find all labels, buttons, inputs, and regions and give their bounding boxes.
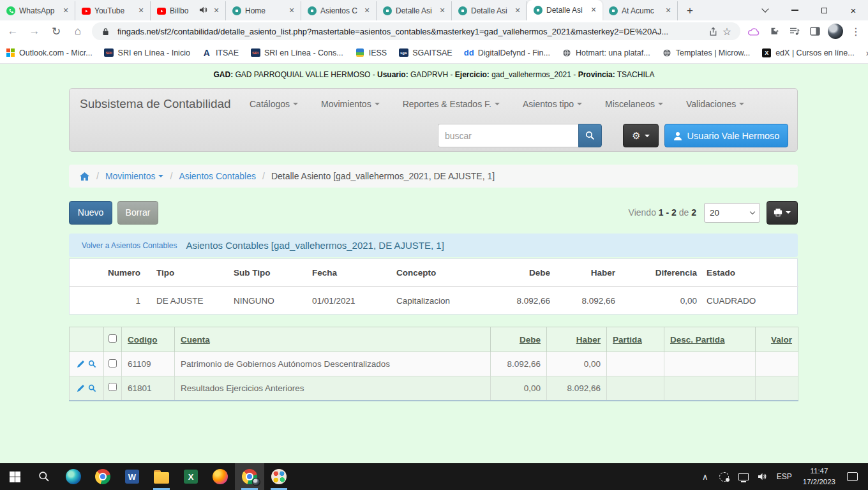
tab-close-icon[interactable]: × (588, 5, 599, 15)
bookmark-edx[interactable]: XedX | Cursos en líne... (761, 48, 854, 58)
print-button[interactable] (767, 201, 798, 225)
lock-icon[interactable] (98, 24, 112, 38)
select-all-checkbox[interactable] (108, 334, 117, 343)
col-debe-sort[interactable]: Debe (491, 327, 547, 352)
bookmark-outlook[interactable]: Outlook.com - Micr... (5, 48, 93, 58)
tab-search-chevron-icon[interactable] (751, 0, 780, 20)
restore-button[interactable] (809, 0, 839, 20)
chrome-icon[interactable] (88, 463, 117, 490)
breadcrumb-movimientos[interactable]: Movimientos (105, 171, 164, 181)
menu-validaciones[interactable]: Validaciones (686, 99, 744, 109)
share-icon[interactable] (706, 24, 720, 38)
address-bar[interactable]: fingads.net/sf2/contabilidad/detalle_asi… (92, 22, 740, 40)
tray-sync-icon[interactable] (715, 463, 734, 490)
forward-icon[interactable]: → (26, 22, 43, 40)
excel-icon[interactable]: X (176, 463, 206, 490)
view-magnifier-icon[interactable] (88, 360, 96, 368)
edge-icon[interactable] (59, 463, 88, 490)
extension-cloud-icon[interactable] (745, 23, 762, 40)
tab-youtube[interactable]: YouTube × (75, 1, 151, 20)
tab-billboard[interactable]: Billbo × (151, 1, 226, 20)
edit-pencil-icon[interactable] (77, 360, 85, 368)
volver-link[interactable]: Volver a Asientos Contables (82, 241, 177, 250)
home-breadcrumb-icon[interactable] (79, 172, 90, 181)
home-icon[interactable]: ⌂ (69, 22, 87, 40)
profile-avatar[interactable] (827, 23, 844, 40)
new-tab-button[interactable]: + (682, 3, 698, 19)
bookmark-itsae[interactable]: AITSAE (202, 48, 239, 58)
tab-close-icon[interactable]: × (513, 6, 523, 16)
menu-catalogos[interactable]: Catálogos (250, 99, 298, 109)
bookmark-templates[interactable]: Templates | Microw... (662, 48, 750, 58)
tab-close-icon[interactable]: × (437, 6, 447, 16)
app-brand[interactable]: Subsistema de Contabilidad (80, 97, 231, 111)
tab-close-icon[interactable]: × (136, 6, 146, 16)
tray-chevron-up-icon[interactable]: ∧ (696, 463, 715, 490)
col-desc-partida-sort[interactable]: Desc. Partida (664, 327, 756, 352)
bookmark-sgaitsae[interactable]: sgaSGAITSAE (398, 48, 453, 58)
tab-close-icon[interactable]: × (61, 6, 71, 16)
firefox-icon[interactable] (206, 463, 235, 490)
row-checkbox[interactable] (108, 359, 117, 368)
breadcrumb-asientos-contables[interactable]: Asientos Contables (179, 171, 256, 181)
tab-atacumc[interactable]: At Acumc × (602, 1, 678, 20)
tab-home[interactable]: Home × (226, 1, 301, 20)
keyboard-language[interactable]: ESP (772, 463, 797, 490)
tab-detalle-active[interactable]: Detalle Asi × (527, 0, 602, 20)
action-center-icon[interactable] (847, 472, 858, 481)
col-valor-sort[interactable]: Valor (756, 327, 798, 352)
bookmark-sri-inicio[interactable]: SRISRI en Línea - Inicio (104, 48, 190, 58)
bookmark-digitaldefynd[interactable]: ddDigitalDefynd - Fin... (464, 48, 550, 58)
minimize-button[interactable] (780, 0, 809, 20)
search-input[interactable] (438, 124, 578, 147)
view-magnifier-icon[interactable] (88, 384, 96, 392)
back-icon[interactable]: ← (4, 22, 22, 40)
reload-icon[interactable]: ↻ (47, 22, 65, 40)
col-codigo-sort[interactable]: Codigo (122, 327, 175, 352)
side-panel-icon[interactable] (807, 23, 823, 40)
menu-reportes[interactable]: Reportes & Estados F. (403, 99, 500, 109)
chrome-profile-icon[interactable] (235, 463, 264, 490)
bookmark-sri-cons[interactable]: SRISRI en Línea - Cons... (250, 48, 343, 58)
tab-whatsapp[interactable]: WhatsApp × (0, 1, 75, 20)
volume-icon[interactable] (753, 463, 772, 490)
settings-gear-button[interactable]: ⚙ (623, 124, 659, 147)
col-haber-sort[interactable]: Haber (547, 327, 607, 352)
tab-close-icon[interactable]: × (211, 6, 221, 16)
playlist-icon[interactable] (786, 23, 803, 40)
edit-pencil-icon[interactable] (77, 384, 85, 392)
taskbar-clock[interactable]: 11:4717/2/2023 (797, 466, 842, 487)
tab-close-icon[interactable]: × (287, 6, 297, 16)
paint-icon[interactable] (264, 463, 294, 490)
page-size-select[interactable]: 20 (704, 203, 760, 223)
col-cuenta-sort[interactable]: Cuenta (175, 327, 491, 352)
tab-close-icon[interactable]: × (663, 6, 673, 16)
close-window-button[interactable]: × (839, 0, 868, 20)
search-button[interactable] (578, 124, 602, 147)
nuevo-button[interactable]: Nuevo (69, 201, 112, 225)
col-partida-sort[interactable]: Partida (607, 327, 664, 352)
menu-movimientos[interactable]: Movimientos (321, 99, 380, 109)
borrar-button[interactable]: Borrar (117, 201, 158, 225)
user-menu-button[interactable]: Usuario Vale Hermoso (664, 124, 788, 147)
word-icon[interactable]: W (117, 463, 147, 490)
menu-asientos-tipo[interactable]: Asientos tipo (523, 99, 582, 109)
taskbar-search-icon[interactable] (29, 463, 59, 490)
tab-asientos[interactable]: Asientos C × (301, 1, 377, 20)
bookmark-star-icon[interactable]: ☆ (720, 24, 734, 38)
network-icon[interactable] (734, 463, 753, 490)
row-checkbox[interactable] (108, 383, 117, 391)
file-explorer-icon[interactable] (147, 463, 176, 490)
bookmark-iess[interactable]: IESS (355, 48, 387, 58)
bookmarks-overflow-icon[interactable]: » (866, 48, 868, 58)
bookmark-hotmart[interactable]: Hotmart: una plataf... (562, 48, 650, 58)
extensions-puzzle-icon[interactable] (766, 23, 782, 40)
menu-miscelaneos[interactable]: Miscelaneos (605, 99, 663, 109)
browser-menu-icon[interactable]: ⋮ (848, 23, 864, 40)
profile-mini-avatar (252, 478, 260, 486)
start-button[interactable] (0, 463, 29, 490)
tab-audio-icon[interactable] (199, 6, 207, 16)
tab-close-icon[interactable]: × (362, 6, 372, 16)
tab-detalle-2[interactable]: Detalle Asi × (452, 1, 527, 20)
tab-detalle-1[interactable]: Detalle Asi × (377, 1, 452, 20)
